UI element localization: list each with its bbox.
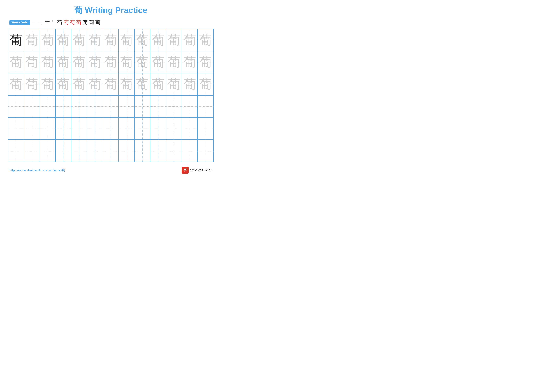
grid-cell-r2c5[interactable]: 葡 xyxy=(71,51,87,73)
grid-cell-r1c6[interactable]: 葡 xyxy=(87,29,103,51)
grid-cell-r2c13[interactable]: 葡 xyxy=(197,51,213,73)
grid-cell-r1c4[interactable]: 葡 xyxy=(56,29,71,51)
grid-cell-r1c7[interactable]: 葡 xyxy=(103,29,119,51)
grid-cell-r2c10[interactable]: 葡 xyxy=(150,51,166,73)
grid-cell-r4c13[interactable] xyxy=(197,95,213,117)
char-display: 葡 xyxy=(25,56,38,68)
stroke-order-row: Stroke Order 一 十 廿 艹 芍 芍 芍 苟 菊 葡 葡 xyxy=(8,19,214,26)
grid-cell-r4c6[interactable] xyxy=(87,95,103,117)
grid-cell-r6c2[interactable] xyxy=(24,140,40,162)
grid-cell-r2c7[interactable]: 葡 xyxy=(103,51,119,73)
grid-cell-r2c6[interactable]: 葡 xyxy=(87,51,103,73)
char-display: 葡 xyxy=(10,78,22,91)
grid-cell-r1c3[interactable]: 葡 xyxy=(40,29,56,51)
grid-cell-r1c11[interactable]: 葡 xyxy=(166,29,182,51)
grid-cell-r3c4[interactable]: 葡 xyxy=(56,73,71,95)
grid-cell-r3c8[interactable]: 葡 xyxy=(119,73,134,95)
grid-cell-r5c6[interactable] xyxy=(87,117,103,140)
char-display: 葡 xyxy=(25,34,38,46)
footer-url[interactable]: https://www.strokeorder.com/chinese/葡 xyxy=(9,168,65,172)
grid-cell-r2c9[interactable]: 葡 xyxy=(134,51,150,73)
grid-cell-r2c3[interactable]: 葡 xyxy=(40,51,56,73)
grid-cell-r6c11[interactable] xyxy=(166,140,182,162)
grid-cell-r5c9[interactable] xyxy=(134,117,150,140)
char-display: 葡 xyxy=(199,78,212,91)
grid-cell-r1c9[interactable]: 葡 xyxy=(134,29,150,51)
char-display: 葡 xyxy=(168,78,180,91)
grid-cell-r6c1[interactable] xyxy=(8,140,24,162)
char-display: 葡 xyxy=(89,78,101,91)
grid-cell-r4c4[interactable] xyxy=(56,95,71,117)
grid-cell-r6c7[interactable] xyxy=(103,140,119,162)
grid-cell-r3c9[interactable]: 葡 xyxy=(134,73,150,95)
grid-cell-r3c7[interactable]: 葡 xyxy=(103,73,119,95)
grid-cell-r2c8[interactable]: 葡 xyxy=(119,51,134,73)
grid-cell-r4c11[interactable] xyxy=(166,95,182,117)
grid-cell-r2c12[interactable]: 葡 xyxy=(182,51,197,73)
grid-cell-r6c5[interactable] xyxy=(71,140,87,162)
grid-cell-r5c2[interactable] xyxy=(24,117,40,140)
grid-cell-r1c5[interactable]: 葡 xyxy=(71,29,87,51)
grid-cell-r6c10[interactable] xyxy=(150,140,166,162)
char-display: 葡 xyxy=(57,34,70,46)
grid-cell-r5c11[interactable] xyxy=(166,117,182,140)
grid-cell-r4c2[interactable] xyxy=(24,95,40,117)
grid-cell-r5c8[interactable] xyxy=(119,117,134,140)
grid-cell-r3c11[interactable]: 葡 xyxy=(166,73,182,95)
grid-cell-r1c1[interactable]: 葡 xyxy=(8,29,24,51)
grid-cell-r1c8[interactable]: 葡 xyxy=(119,29,134,51)
grid-cell-r6c9[interactable] xyxy=(134,140,150,162)
grid-cell-r6c12[interactable] xyxy=(182,140,197,162)
char-display: 葡 xyxy=(120,78,133,91)
grid-cell-r4c7[interactable] xyxy=(103,95,119,117)
stroke-char-8: 苟 xyxy=(76,19,81,26)
char-display: 葡 xyxy=(104,34,117,46)
grid-cell-r2c2[interactable]: 葡 xyxy=(24,51,40,73)
grid-cell-r4c9[interactable] xyxy=(134,95,150,117)
grid-cell-r2c11[interactable]: 葡 xyxy=(166,51,182,73)
grid-cell-r4c10[interactable] xyxy=(150,95,166,117)
grid-cell-r4c1[interactable] xyxy=(8,95,24,117)
char-display: 葡 xyxy=(89,56,101,68)
grid-cell-r3c2[interactable]: 葡 xyxy=(24,73,40,95)
grid-cell-r5c12[interactable] xyxy=(182,117,197,140)
grid-cell-r1c2[interactable]: 葡 xyxy=(24,29,40,51)
grid-cell-r6c13[interactable] xyxy=(197,140,213,162)
grid-cell-r3c5[interactable]: 葡 xyxy=(71,73,87,95)
grid-cell-r6c4[interactable] xyxy=(56,140,71,162)
grid-cell-r4c3[interactable] xyxy=(40,95,56,117)
grid-cell-r4c12[interactable] xyxy=(182,95,197,117)
stroke-char-6: 芍 xyxy=(64,19,69,26)
grid-cell-r5c13[interactable] xyxy=(197,117,213,140)
char-display: 葡 xyxy=(168,56,180,68)
grid-cell-r3c3[interactable]: 葡 xyxy=(40,73,56,95)
grid-cell-r3c10[interactable]: 葡 xyxy=(150,73,166,95)
char-display: 葡 xyxy=(104,78,117,91)
grid-cell-r5c4[interactable] xyxy=(56,117,71,140)
grid-cell-r4c5[interactable] xyxy=(71,95,87,117)
grid-cell-r5c3[interactable] xyxy=(40,117,56,140)
grid-cell-r6c8[interactable] xyxy=(119,140,134,162)
grid-cell-r2c4[interactable]: 葡 xyxy=(56,51,71,73)
char-display: 葡 xyxy=(41,56,54,68)
char-display: 葡 xyxy=(183,78,196,91)
page-title-section: 葡 Writing Practice xyxy=(8,5,214,16)
grid-cell-r4c8[interactable] xyxy=(119,95,134,117)
grid-cell-r1c10[interactable]: 葡 xyxy=(150,29,166,51)
grid-cell-r5c10[interactable] xyxy=(150,117,166,140)
stroke-char-10: 葡 xyxy=(89,19,94,26)
grid-cell-r3c1[interactable]: 葡 xyxy=(8,73,24,95)
grid-cell-r5c7[interactable] xyxy=(103,117,119,140)
grid-cell-r5c1[interactable] xyxy=(8,117,24,140)
grid-cell-r3c6[interactable]: 葡 xyxy=(87,73,103,95)
grid-cell-r2c1[interactable]: 葡 xyxy=(8,51,24,73)
grid-cell-r1c12[interactable]: 葡 xyxy=(182,29,197,51)
grid-cell-r3c12[interactable]: 葡 xyxy=(182,73,197,95)
char-display: 葡 xyxy=(73,34,85,46)
char-display: 葡 xyxy=(104,56,117,68)
grid-cell-r3c13[interactable]: 葡 xyxy=(197,73,213,95)
grid-cell-r5c5[interactable] xyxy=(71,117,87,140)
grid-cell-r6c3[interactable] xyxy=(40,140,56,162)
grid-cell-r6c6[interactable] xyxy=(87,140,103,162)
grid-cell-r1c13[interactable]: 葡 xyxy=(197,29,213,51)
